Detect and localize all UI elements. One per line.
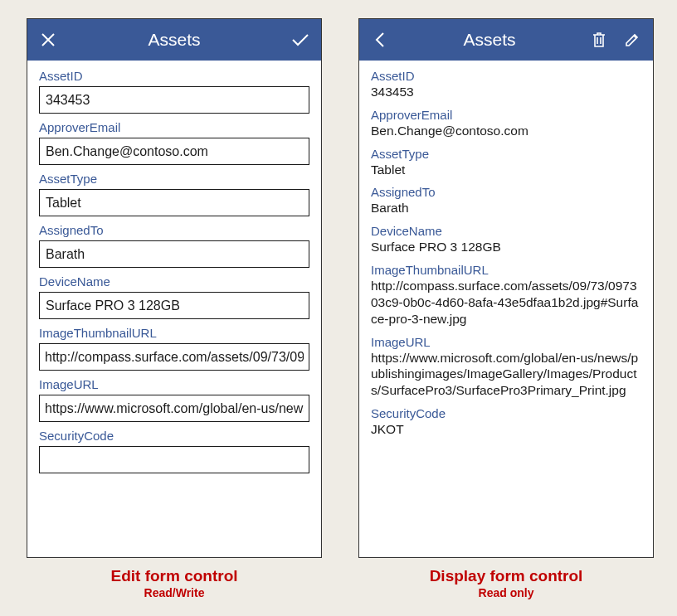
page-title: Assets	[391, 30, 588, 50]
field-device-name: DeviceName	[39, 274, 309, 319]
field-label: ImageURL	[39, 377, 309, 391]
field-label: AssetID	[371, 69, 641, 83]
field-label: ApproverEmail	[39, 120, 309, 134]
asset-id-input[interactable]	[39, 86, 309, 114]
caption-edit: Edit form control Read/Write	[27, 567, 322, 599]
field-image-url: ImageURL	[39, 377, 309, 422]
image-url-value: https://www.microsoft.com/global/en-us/n…	[371, 350, 641, 399]
asset-type-value: Tablet	[371, 162, 641, 178]
field-label: AssetType	[371, 147, 641, 161]
trash-icon[interactable]	[588, 29, 610, 51]
field-label: DeviceName	[371, 224, 641, 238]
asset-id-value: 343453	[371, 84, 641, 100]
edit-form-body: AssetID ApproverEmail AssetType Assigned…	[27, 61, 321, 557]
assigned-to-input[interactable]	[39, 240, 309, 268]
field-label: ApproverEmail	[371, 108, 641, 122]
field-image-thumbnail-url: ImageThumbnailURL	[39, 326, 309, 371]
field-label: SecurityCode	[39, 429, 309, 443]
field-approver-email: ApproverEmail	[39, 120, 309, 165]
image-thumbnail-url-input[interactable]	[39, 343, 309, 371]
approver-email-input[interactable]	[39, 138, 309, 165]
field-assigned-to: AssignedTo	[39, 223, 309, 268]
field-asset-id: AssetID	[39, 69, 309, 114]
field-label: AssetID	[39, 69, 309, 83]
field-label: AssignedTo	[371, 185, 641, 199]
field-label: SecurityCode	[371, 406, 641, 420]
field-asset-type: AssetType	[39, 172, 309, 216]
close-icon[interactable]	[37, 29, 59, 51]
image-url-input[interactable]	[39, 395, 309, 422]
assigned-to-value: Barath	[371, 200, 641, 216]
security-code-value: JKOT	[371, 421, 641, 438]
caption-display: Display form control Read only	[358, 567, 654, 599]
field-label: AssetType	[39, 172, 309, 186]
edit-form-panel: Assets AssetID ApproverEmail AssetType A…	[27, 18, 322, 558]
field-label: AssignedTo	[39, 223, 309, 237]
field-label: DeviceName	[39, 274, 309, 289]
app-header-edit: Assets	[27, 19, 321, 61]
field-security-code: SecurityCode	[39, 429, 309, 473]
caption-line1: Edit form control	[27, 567, 322, 585]
check-icon[interactable]	[290, 29, 311, 51]
security-code-input[interactable]	[39, 446, 309, 473]
asset-type-input[interactable]	[39, 189, 309, 216]
page-title: Assets	[59, 30, 290, 50]
field-label: ImageURL	[371, 335, 641, 349]
device-name-value: Surface PRO 3 128GB	[371, 239, 641, 255]
caption-line2: Read only	[358, 586, 654, 599]
back-icon[interactable]	[369, 29, 391, 51]
caption-line1: Display form control	[358, 567, 654, 585]
app-header-display: Assets	[359, 19, 653, 61]
display-form-panel: Assets AssetID 343453 ApproverEmail Ben.…	[358, 18, 654, 558]
display-form-body: AssetID 343453 ApproverEmail Ben.Change@…	[359, 61, 653, 557]
field-label: ImageThumbnailURL	[371, 263, 641, 277]
edit-icon[interactable]	[621, 29, 643, 51]
image-thumbnail-url-value: http://compass.surface.com/assets/09/73/…	[371, 278, 641, 327]
field-label: ImageThumbnailURL	[39, 326, 309, 340]
caption-line2: Read/Write	[27, 586, 322, 599]
device-name-input[interactable]	[39, 292, 309, 319]
approver-email-value: Ben.Change@contoso.com	[371, 123, 641, 139]
